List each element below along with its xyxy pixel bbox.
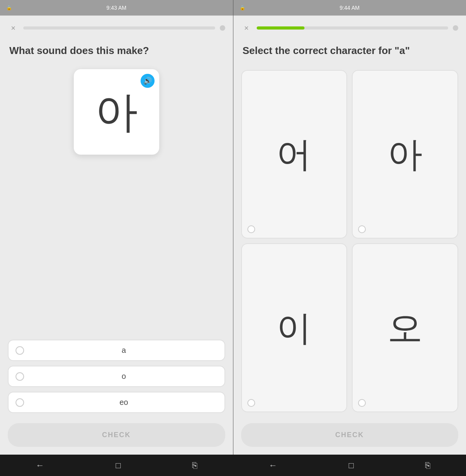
- left-bottom-nav: ← □ ⎘: [0, 455, 233, 476]
- left-option-o-label: o: [30, 372, 217, 381]
- left-lock-icon: 🔒: [6, 5, 12, 10]
- left-progress-dot: [220, 25, 225, 31]
- right-char-2: 아: [388, 137, 423, 172]
- left-back-icon[interactable]: ←: [36, 460, 44, 471]
- right-lock-icon: 🔒: [240, 5, 245, 10]
- right-status-bar: 🔒 9:44 AM: [233, 0, 466, 16]
- right-question-text: Select the correct character for "a": [233, 37, 466, 65]
- right-char-1: 어: [276, 137, 311, 172]
- right-check-button[interactable]: CHECK: [241, 423, 459, 447]
- left-character-card: 아 🔊: [74, 69, 159, 155]
- left-options-container: a o eo: [0, 284, 233, 417]
- right-char-4: 오: [388, 310, 423, 345]
- left-time: 9:43 AM: [106, 5, 126, 11]
- right-char-grid: 어 아 이 오: [233, 65, 466, 417]
- right-char-radio-2: [358, 225, 366, 233]
- right-bottom-nav: ← □ ⎘: [233, 455, 466, 476]
- left-option-a-label: a: [30, 346, 217, 355]
- right-phone: 🔒 9:44 AM × Select the correct character…: [233, 0, 466, 455]
- right-recent-icon[interactable]: ⎘: [425, 460, 430, 471]
- right-progress-fill: [257, 26, 304, 30]
- right-close-button[interactable]: ×: [241, 23, 252, 33]
- left-radio-o: [16, 372, 24, 381]
- bottom-nav-row: ← □ ⎘ ← □ ⎘: [0, 455, 466, 476]
- left-progress-bar: [23, 26, 215, 30]
- left-option-eo[interactable]: eo: [8, 392, 225, 413]
- left-option-a[interactable]: a: [8, 340, 225, 361]
- left-recent-icon[interactable]: ⎘: [192, 460, 197, 471]
- left-spacer: [0, 162, 233, 284]
- right-char-radio-1: [247, 225, 255, 233]
- sound-icon: 🔊: [143, 77, 152, 85]
- left-status-bar: 🔒 9:43 AM: [0, 0, 233, 16]
- left-check-button[interactable]: CHECK: [8, 423, 225, 447]
- left-close-button[interactable]: ×: [8, 23, 19, 33]
- right-char-option-3[interactable]: 이: [241, 243, 348, 412]
- right-square-icon[interactable]: □: [349, 460, 354, 471]
- right-progress-dot: [453, 25, 458, 31]
- left-radio-eo: [16, 398, 24, 407]
- right-char-radio-3: [247, 399, 255, 407]
- right-char-radio-4: [358, 399, 366, 407]
- left-nav-bar: ×: [0, 16, 233, 37]
- right-progress-bar: [257, 26, 449, 30]
- right-nav-bar: ×: [233, 16, 466, 37]
- right-char-option-4[interactable]: 오: [352, 243, 458, 412]
- right-char-option-1[interactable]: 어: [241, 70, 348, 239]
- right-back-icon[interactable]: ←: [269, 460, 277, 471]
- left-question-text: What sound does this make?: [0, 37, 233, 65]
- left-character-display: 아: [95, 91, 138, 133]
- left-option-eo-label: eo: [30, 398, 217, 407]
- left-phone: 🔒 9:43 AM × What sound does this make? 아: [0, 0, 233, 455]
- right-phone-content: × Select the correct character for "a" 어…: [233, 16, 466, 455]
- left-square-icon[interactable]: □: [116, 460, 121, 471]
- left-char-card-container: 아 🔊: [0, 65, 233, 162]
- left-phone-content: × What sound does this make? 아 🔊: [0, 16, 233, 455]
- left-sound-button[interactable]: 🔊: [141, 74, 155, 88]
- right-time: 9:44 AM: [340, 5, 360, 11]
- right-char-3: 이: [276, 310, 311, 345]
- left-radio-a: [16, 346, 24, 355]
- left-option-o[interactable]: o: [8, 366, 225, 387]
- right-char-option-2[interactable]: 아: [352, 70, 458, 239]
